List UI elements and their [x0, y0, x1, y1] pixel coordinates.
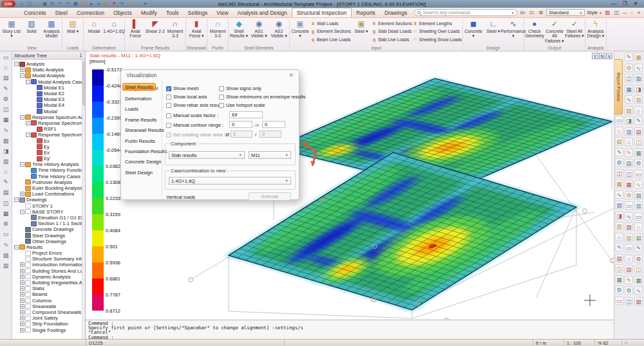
steel-button[interactable]: ∟Steel ▾	[484, 19, 503, 45]
tool-icon[interactable]: ▭	[2, 230, 10, 238]
viewport-icon[interactable]: ⊠	[537, 10, 544, 15]
tab-drawings[interactable]: Drawings	[380, 8, 412, 17]
tab-view[interactable]: View	[212, 8, 232, 17]
tool-icon[interactable]: ▤	[2, 188, 10, 196]
tool-icon[interactable]: ✎	[634, 244, 643, 252]
tree-item-euler-buckling-analysis[interactable]: Euler Buckling Analysis	[13, 185, 85, 191]
dialog-nav-steel-design[interactable]: Steel Design	[122, 167, 160, 178]
tree-item-ey[interactable]: Ey'	[13, 156, 85, 161]
pointer-icon[interactable]: ▲	[126, 1, 133, 7]
tab-connection[interactable]: Connection	[72, 8, 109, 17]
tool-icon[interactable]: ⌂	[615, 233, 623, 241]
tree-item-modal-e3[interactable]: Modal E3	[13, 96, 85, 102]
tool-icon[interactable]: ▦	[2, 116, 10, 123]
tool-icon[interactable]: ◫	[634, 138, 643, 146]
axial-force-button[interactable]: ▌Axial Force	[126, 19, 145, 45]
wall-button[interactable]: ▤Wall ▾	[63, 19, 82, 45]
contour-to-input[interactable]: 0	[262, 121, 285, 128]
draw-icon[interactable]: ✎	[118, 1, 126, 7]
wall-loads-button[interactable]: dWall Loads	[310, 19, 351, 27]
tree-expander[interactable]: −	[14, 197, 19, 202]
dialog-nav-shearwall-results[interactable]: Shearwall Results	[122, 125, 160, 136]
minimize-button[interactable]: —	[611, 1, 617, 7]
tool-icon[interactable]: ▤	[615, 137, 623, 145]
steel-button[interactable]: ▣Steel ▾	[352, 19, 371, 45]
tool-icon[interactable]: ▥	[634, 95, 643, 104]
dialog-nav-frame-results[interactable]: Frame Results	[122, 114, 160, 125]
show-local-axis-checkbox[interactable]	[166, 95, 171, 100]
report-preview-tab[interactable]: Report Preview	[614, 59, 623, 114]
use-hotspot-scale-checkbox[interactable]	[219, 103, 224, 108]
tool-icon[interactable]: ▦	[615, 275, 623, 284]
1-4g-1-6q-button[interactable]: ⌂1.4G+1.6Q	[104, 19, 124, 45]
style-menu-button[interactable]: Style▼	[587, 10, 602, 15]
command-line-area[interactable]: Command :Specify first point or [Setting…	[86, 320, 614, 339]
concrete-all-failures-button[interactable]: ✓Concrete All Failures ▾	[545, 19, 564, 45]
tool-icon[interactable]: ▭	[634, 170, 643, 178]
tool-icon[interactable]: ▧	[634, 74, 643, 82]
tree-item-ex[interactable]: Ex'	[13, 150, 85, 156]
layers-icon[interactable]: ▤	[80, 1, 87, 7]
steel-all-failures-button[interactable]: ✓Steel All Failures ▾	[565, 19, 584, 45]
tool-icon[interactable]: ▦	[2, 210, 10, 217]
tree-item-results[interactable]: −Results	[13, 244, 85, 250]
rebar-area-input-2[interactable]: 0	[260, 131, 281, 138]
tree-item-introduction-informations[interactable]: +Introduction Informations	[13, 262, 85, 268]
view-toggle-y-button[interactable]: Y	[592, 53, 598, 59]
as1-visible-button[interactable]: ◉AS1 Visible ▾	[249, 19, 269, 45]
tree-item-load-combinations[interactable]: +Load Combinations	[13, 191, 85, 197]
tree-item-shearwalls[interactable]: +Shearwalls	[13, 304, 85, 309]
solid-button[interactable]: ▧Solid	[22, 19, 41, 45]
element-lengths-button[interactable]: IIElement Lengths	[413, 19, 462, 27]
tool-icon[interactable]: ⚙	[2, 95, 10, 103]
contour-from-input[interactable]: 0	[229, 121, 252, 128]
dialog-nav-foundation-results[interactable]: Foundation Results	[122, 146, 160, 156]
idecad-logo-icon[interactable]: CAD	[1, 1, 15, 7]
dialog-nav-purlin-results[interactable]: Purlin Results	[122, 136, 160, 146]
grid-icon[interactable]: ▦	[103, 1, 110, 7]
tool-icon[interactable]: ⌂	[625, 138, 633, 146]
home-icon[interactable]: ⌂	[18, 1, 25, 7]
tool-icon[interactable]: ⌂	[615, 127, 623, 135]
tool-icon[interactable]: ▤	[625, 265, 633, 273]
tool-icon[interactable]: ◫	[2, 199, 10, 207]
tree-item-modal-e4[interactable]: Modal E4	[13, 102, 85, 108]
image-icon[interactable]: ▦	[72, 1, 79, 7]
lightning-icon[interactable]: ϟ	[134, 1, 141, 7]
tool-icon[interactable]: ◫	[625, 170, 633, 178]
case-select[interactable]: 1.4G+1.6Q▼	[169, 177, 291, 185]
tool-icon[interactable]: ▤	[634, 127, 643, 136]
tree-item-slabs[interactable]: +Slabs	[13, 286, 85, 291]
tool-icon[interactable]: ∿	[625, 212, 633, 221]
tool-icon[interactable]: ✎	[625, 276, 633, 284]
tree-item-columns[interactable]: +Columns	[13, 298, 85, 304]
tool-icon[interactable]: ▧	[625, 223, 633, 231]
tree-expander[interactable]: +	[20, 322, 24, 326]
sheeting-own-loads-button[interactable]: ∷Sheeting Own Loads	[413, 28, 462, 35]
tool-icon[interactable]: ⌂	[2, 64, 10, 71]
tree-item-strip-foundation[interactable]: +Strip Foundation	[13, 321, 85, 327]
tree-item-section-1-1-1-section[interactable]: Section 1 / 1-1 Section	[13, 221, 85, 226]
tool-icon[interactable]: ⚙	[615, 158, 623, 167]
tool-icon[interactable]: ✎	[625, 53, 633, 61]
tool-icon[interactable]: ✎	[2, 85, 10, 93]
drawing-canvas[interactable]: Slab results - M11 : 1.4G+1.6Q [tfm/m] -…	[86, 51, 614, 320]
tree-item-elevation-g1-g1-elevation[interactable]: Elevation G1 / G1 Elevation	[13, 215, 85, 221]
tree-item-beams[interactable]: +Beams	[13, 291, 85, 297]
show-mesh-checkbox[interactable]: ✓	[166, 86, 171, 91]
tree-expander[interactable]: −	[26, 80, 30, 84]
tool-icon[interactable]: ▦	[625, 85, 633, 93]
doc-close-button[interactable]: ✕	[636, 10, 641, 15]
tool-icon[interactable]: ◨	[625, 116, 633, 125]
tool-icon[interactable]: ⌂	[634, 223, 643, 231]
tree-item-ex[interactable]: Ex	[13, 138, 85, 143]
tool-icon[interactable]: ⌂	[634, 106, 643, 114]
tree-item-modal[interactable]: Modal'	[13, 109, 85, 114]
tree-expander[interactable]: +	[20, 275, 24, 279]
tree-expander[interactable]: −	[26, 132, 30, 137]
tool-icon[interactable]: ∿	[634, 180, 643, 188]
tree-item-dynamic-analysis[interactable]: +Dynamic Analysis	[13, 274, 85, 280]
tool-icon[interactable]: ✎	[615, 148, 623, 156]
component-direction-select[interactable]: M11▼	[249, 151, 291, 159]
tool-icon[interactable]: ▥	[2, 158, 10, 165]
